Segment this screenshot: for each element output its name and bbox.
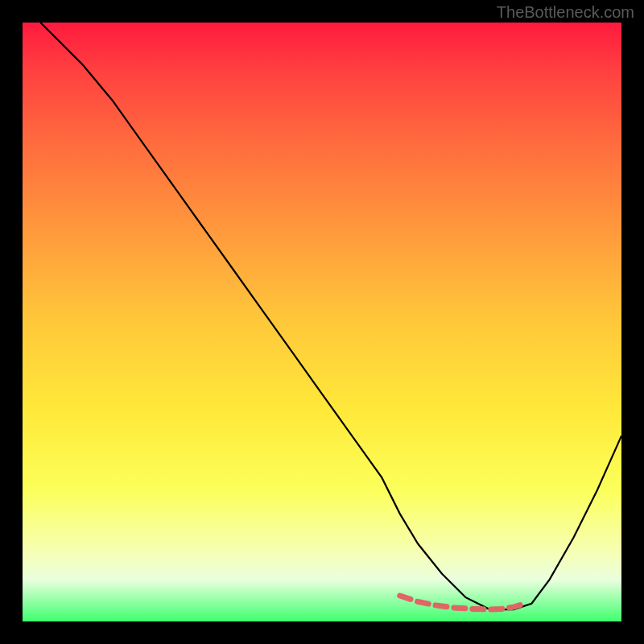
- chart-area: [23, 23, 621, 621]
- watermark-text: TheBottleneck.com: [497, 3, 634, 22]
- optimal-zone-highlight: [400, 596, 526, 609]
- chart-svg: [23, 23, 621, 621]
- bottleneck-curve: [40, 23, 621, 609]
